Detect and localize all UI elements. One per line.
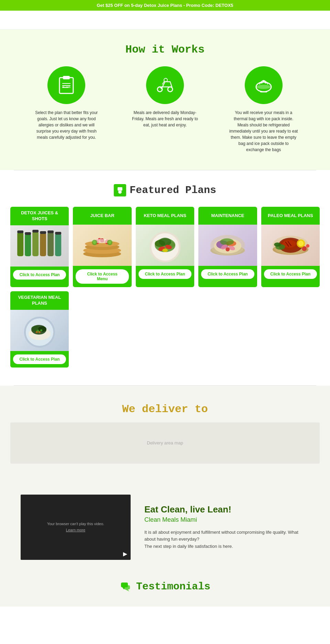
detox-img-svg xyxy=(10,225,69,267)
paleo-img-svg xyxy=(261,225,320,266)
plan-title-paleo: PALEO MEAL PLANS xyxy=(265,207,316,225)
step-plan: PLANS Select the plan that better fits y… xyxy=(21,66,112,140)
delivery-map: Delivery area map xyxy=(10,422,320,464)
bowl-icon xyxy=(253,75,274,95)
plans-row-2: VEGETARIAN MEAL PLANS xyxy=(10,291,320,368)
juice-img-svg xyxy=(73,225,131,266)
svg-point-81 xyxy=(40,329,42,331)
featured-plans-header: Featured Plans xyxy=(10,184,320,196)
svg-point-11 xyxy=(261,81,263,83)
plan-title-vegetarian: VEGETARIAN MEAL PLANS xyxy=(10,291,69,310)
eat-clean-subheading: Clean Meals Miami xyxy=(144,516,309,523)
svg-point-69 xyxy=(298,241,304,246)
plan-icon: PLANS xyxy=(47,66,85,104)
plan-card-vegetarian: VEGETARIAN MEAL PLANS xyxy=(10,291,69,368)
deliver-section: We deliver to Delivery area map xyxy=(0,386,330,481)
svg-rect-19 xyxy=(25,234,31,256)
chat-icon-badge xyxy=(120,580,132,593)
svg-point-10 xyxy=(256,85,271,89)
svg-point-60 xyxy=(226,247,230,251)
delivery-bike-icon xyxy=(155,75,175,95)
map-placeholder-text: Delivery area map xyxy=(147,440,183,445)
featured-plans-icon-badge xyxy=(114,184,126,196)
svg-point-73 xyxy=(306,244,309,248)
svg-marker-87 xyxy=(125,589,129,591)
svg-rect-18 xyxy=(17,232,23,256)
svg-rect-24 xyxy=(17,230,23,233)
plan-btn-detox[interactable]: Click to Access Plan xyxy=(13,270,66,280)
plan-title-juice-bar: JUICE BAR xyxy=(88,207,117,225)
plan-img-keto xyxy=(136,225,194,266)
plan-btn-paleo[interactable]: Click to Access Plan xyxy=(264,269,317,279)
svg-rect-1 xyxy=(63,76,70,79)
step-plan-desc: Select the plan that better fits your go… xyxy=(32,110,101,140)
promo-text: Get $25 OFF on 5-day Detox Juice Plans -… xyxy=(97,3,233,8)
plan-card-detox: DETOX JUICES & SHOTS xyxy=(10,207,69,287)
svg-point-82 xyxy=(38,331,41,333)
video-text: Your browser can't play this video. xyxy=(47,522,104,526)
nav-bar xyxy=(0,11,330,30)
testimonials-header: Testimonials xyxy=(21,580,309,593)
steps-row: PLANS Select the plan that better fits y… xyxy=(21,66,309,153)
svg-rect-22 xyxy=(47,232,54,256)
plans-row-1: DETOX JUICES & SHOTS xyxy=(10,207,320,287)
featured-plans-section: Featured Plans DETOX JUICES & SHOTS xyxy=(0,170,330,385)
svg-point-7 xyxy=(168,87,173,92)
plan-btn-keto[interactable]: Click to Access Plan xyxy=(139,269,191,279)
svg-point-6 xyxy=(157,87,162,92)
plan-img-maintenance xyxy=(198,225,257,266)
svg-point-13 xyxy=(265,81,267,83)
promo-banner: Get $25 OFF on 5-day Detox Juice Plans -… xyxy=(0,0,330,11)
plan-img-detox xyxy=(10,225,69,267)
plan-card-paleo: PALEO MEAL PLANS xyxy=(261,207,320,287)
video-container: Your browser can't play this video. Lear… xyxy=(21,495,131,560)
svg-point-12 xyxy=(263,80,265,82)
eat-clean-text: Eat Clean, live Lean! Clean Meals Miami … xyxy=(144,504,309,550)
svg-rect-28 xyxy=(47,230,54,233)
keto-img-svg xyxy=(136,225,194,266)
plan-btn-maintenance[interactable]: Click to Access Plan xyxy=(201,269,254,279)
svg-point-57 xyxy=(220,238,234,245)
eat-clean-heading: Eat Clean, live Lean! xyxy=(144,504,309,515)
plan-btn-vegetarian[interactable]: Click to Access Plan xyxy=(13,354,66,364)
svg-point-72 xyxy=(302,246,307,251)
plan-title-maintenance: MAINTENANCE xyxy=(208,207,247,225)
step-delivery-desc: Meals are delivered daily Monday-Friday.… xyxy=(131,110,199,128)
step-delivery: Meals are delivered daily Monday-Friday.… xyxy=(119,66,211,128)
featured-plans-title: Featured Plans xyxy=(130,184,216,196)
medal-icon xyxy=(116,187,124,194)
svg-rect-25 xyxy=(25,232,31,235)
plan-card-keto: KETO MEAL PLANS Cli xyxy=(136,207,194,287)
svg-point-40 xyxy=(94,241,96,244)
chat-bubbles-icon xyxy=(120,581,131,592)
video-browser-msg: Your browser can't play this video. Lear… xyxy=(47,521,104,533)
svg-rect-86 xyxy=(124,585,130,589)
svg-rect-23 xyxy=(55,234,61,256)
eat-clean-section: Your browser can't play this video. Lear… xyxy=(0,481,330,574)
plan-btn-juice-bar[interactable]: Click to Access Menu xyxy=(76,269,129,284)
maintenance-img-svg xyxy=(198,225,257,266)
step-thermal: You will receive your meals in a thermal… xyxy=(218,66,309,153)
vegetarian-img-svg xyxy=(10,310,69,351)
plan-title-detox: DETOX JUICES & SHOTS xyxy=(10,207,69,225)
svg-rect-15 xyxy=(118,187,122,191)
video-learn-more-link[interactable]: Learn more xyxy=(66,528,85,532)
svg-rect-21 xyxy=(40,233,46,256)
plan-img-vegetarian xyxy=(10,310,69,351)
plan-img-juice-bar xyxy=(73,225,131,266)
plan-card-juice-bar: JUICE BAR xyxy=(73,207,131,287)
plan-title-keto: KETO MEAL PLANS xyxy=(141,207,189,225)
svg-rect-26 xyxy=(32,230,38,233)
svg-point-16 xyxy=(118,190,122,194)
svg-point-79 xyxy=(38,326,46,332)
eat-clean-description: It is all about enjoyment and fulfillmen… xyxy=(144,529,309,550)
svg-point-48 xyxy=(159,238,171,246)
testimonials-section: Testimonials xyxy=(0,574,330,607)
deliver-title: We deliver to xyxy=(10,403,320,416)
plan-card-maintenance: MAINTENANCE xyxy=(198,207,257,287)
thermal-icon xyxy=(245,66,283,104)
svg-rect-14 xyxy=(260,91,267,92)
step-thermal-desc: You will receive your meals in a thermal… xyxy=(229,110,298,153)
testimonials-title: Testimonials xyxy=(136,581,210,592)
svg-rect-27 xyxy=(40,231,46,234)
